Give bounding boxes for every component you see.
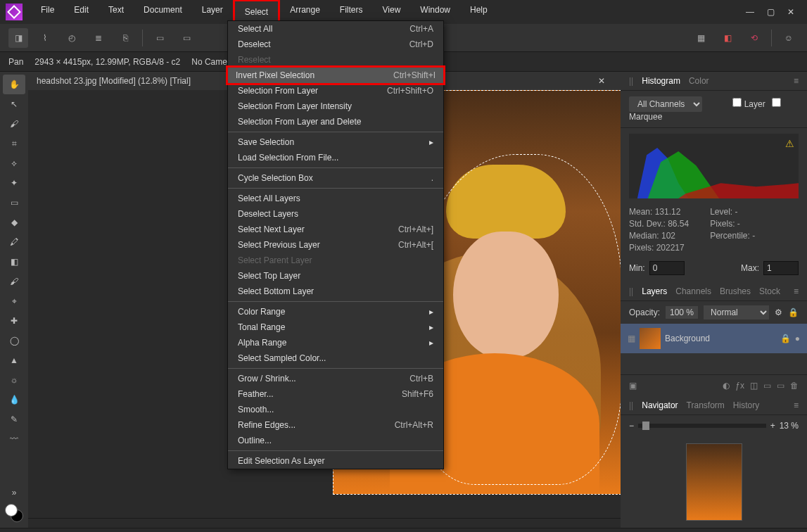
menu-item-select-previous-layer[interactable]: Select Previous LayerCtrl+Alt+[ [228, 237, 443, 253]
menu-document[interactable]: Document [134, 0, 192, 25]
channel-select[interactable]: All Channels [629, 96, 702, 112]
horizontal-scrollbar[interactable] [28, 518, 621, 528]
tab-navigator[interactable]: Navigator [642, 400, 678, 410]
gear-icon[interactable]: ⚙ [775, 308, 782, 317]
menu-item-load-selection-from-file[interactable]: Load Selection From File... [228, 150, 443, 165]
flood-tool-icon[interactable]: ⟡ [3, 153, 25, 173]
layer-visible-dot-icon[interactable]: ● [795, 334, 800, 343]
tab-histogram[interactable]: Histogram [642, 76, 680, 86]
menu-text[interactable]: Text [99, 0, 134, 25]
hand-tool-icon[interactable]: ✋ [3, 75, 25, 94]
panel-menu-icon[interactable]: ≡ [794, 76, 799, 86]
menu-item-select-all[interactable]: Select AllCtrl+A [228, 21, 443, 37]
menu-item-invert-pixel-selection[interactable]: Invert Pixel SelectionCtrl+Shift+I [226, 65, 445, 85]
persona-export-icon[interactable]: ⎘ [115, 28, 135, 48]
blend-mode-select[interactable]: Normal [704, 305, 769, 319]
panel-handle-icon[interactable]: || [629, 286, 633, 296]
menu-item-outline[interactable]: Outline... [228, 433, 443, 448]
marquee-checkbox[interactable] [772, 98, 781, 107]
zoom-out-button[interactable]: − [629, 421, 634, 431]
tab-stock[interactable]: Stock [759, 286, 780, 296]
snap-icon[interactable]: ⟲ [744, 28, 764, 48]
menu-item-save-selection[interactable]: Save Selection▸ [228, 134, 443, 150]
zoom-in-button[interactable]: + [770, 421, 775, 431]
menu-item-select-next-layer[interactable]: Select Next LayerCtrl+Alt+] [228, 222, 443, 237]
menu-item-select-sampled-color[interactable]: Select Sampled Color... [228, 350, 443, 366]
clone-tool-icon[interactable]: ⌖ [3, 291, 25, 311]
tab-channels[interactable]: Channels [675, 286, 711, 296]
menu-file[interactable]: File [31, 0, 64, 25]
expand-tools-icon[interactable]: » [3, 483, 25, 502]
persona-develop-icon[interactable]: ◴ [62, 28, 82, 48]
tab-brushes[interactable]: Brushes [720, 286, 751, 296]
menu-item-select-top-layer[interactable]: Select Top Layer [228, 268, 443, 284]
healing-tool-icon[interactable]: ✚ [3, 311, 25, 331]
layer-lock-icon[interactable]: 🔒 [780, 334, 791, 343]
menu-item-selection-from-layer-intensity[interactable]: Selection From Layer Intensity [228, 99, 443, 114]
maximize-button[interactable]: ▢ [767, 7, 775, 17]
menu-item-selection-from-layer-and-delete[interactable]: Selection From Layer and Delete [228, 114, 443, 129]
zoom-slider-thumb[interactable] [642, 422, 649, 430]
layer-item[interactable]: ▦ Background 🔒 ● [621, 324, 807, 353]
eraser-tool-icon[interactable]: ◧ [3, 252, 25, 272]
dodge-tool-icon[interactable]: ☼ [3, 370, 25, 390]
opacity-value[interactable]: 100 % [666, 306, 698, 319]
split-icon[interactable]: ◧ [718, 28, 737, 48]
menu-edit[interactable]: Edit [64, 0, 99, 25]
zoom-slider[interactable] [638, 424, 766, 428]
menu-item-edit-selection-as-layer[interactable]: Edit Selection As Layer [228, 453, 443, 469]
crop-tool-icon[interactable]: ⌗ [3, 134, 25, 153]
navigator-thumbnail[interactable] [686, 443, 742, 521]
document-tab[interactable]: headshot 23.jpg [Modified] (12.8%) [Tria… [37, 76, 191, 86]
pointer-tool-icon[interactable]: ↖ [3, 94, 25, 114]
blur-tool-icon[interactable]: 💧 [3, 390, 25, 410]
menu-item-select-bottom-layer[interactable]: Select Bottom Layer [228, 284, 443, 299]
menu-item-deselect[interactable]: DeselectCtrl+D [228, 37, 443, 52]
menu-item-alpha-range[interactable]: Alpha Range▸ [228, 335, 443, 350]
tab-transform[interactable]: Transform [687, 400, 725, 410]
menu-item-tonal-range[interactable]: Tonal Range▸ [228, 319, 443, 335]
fx-icon[interactable]: ƒx [735, 381, 744, 391]
layer-checkbox[interactable] [732, 98, 742, 107]
menu-item-selection-from-layer[interactable]: Selection From LayerCtrl+Shift+O [228, 83, 443, 99]
panel-handle-icon[interactable]: || [629, 400, 633, 410]
persona-photo-icon[interactable]: ◨ [8, 28, 28, 48]
crop-icon[interactable]: ◫ [750, 381, 758, 391]
menu-item-refine-edges[interactable]: Refine Edges...Ctrl+Alt+R [228, 417, 443, 433]
menu-item-select-all-layers[interactable]: Select All Layers [228, 191, 443, 206]
group-icon[interactable]: ▭ [763, 381, 771, 391]
adjustment-icon[interactable]: ◐ [723, 381, 730, 391]
shape-tool-icon[interactable]: ◆ [3, 213, 25, 232]
panel-handle-icon[interactable]: || [629, 76, 633, 86]
mask-icon[interactable]: ▣ [629, 381, 637, 391]
layer-visibility-icon[interactable]: ▦ [628, 334, 635, 343]
sponge-tool-icon[interactable]: ◯ [3, 331, 25, 350]
smudge-tool-icon[interactable]: 〰 [3, 429, 25, 449]
open-icon[interactable]: ▭ [150, 28, 170, 48]
persona-liquify-icon[interactable]: ⌇ [35, 28, 55, 48]
delete-layer-icon[interactable]: 🗑 [790, 381, 799, 391]
menu-item-cycle-selection-box[interactable]: Cycle Selection Box. [228, 170, 443, 186]
panel-menu-icon[interactable]: ≡ [794, 400, 799, 410]
brush-tool-icon[interactable]: 🖌 [3, 114, 25, 134]
minimize-button[interactable]: — [746, 7, 754, 17]
paint-tool-icon[interactable]: 🖍 [3, 232, 25, 252]
lock-icon[interactable]: 🔒 [788, 308, 799, 317]
menu-item-grow-shrink[interactable]: Grow / Shrink...Ctrl+B [228, 371, 443, 386]
tab-color[interactable]: Color [689, 76, 709, 86]
close-tab-icon[interactable]: ✕ [598, 76, 612, 86]
marquee-tool-icon[interactable]: ▭ [3, 193, 25, 213]
color-swatches[interactable] [5, 504, 23, 522]
foreground-color-swatch[interactable] [5, 504, 18, 517]
inpaint-tool-icon[interactable]: ▲ [3, 350, 25, 370]
close-button[interactable]: ✕ [787, 7, 794, 17]
menu-item-deselect-layers[interactable]: Deselect Layers [228, 206, 443, 222]
grid-icon[interactable]: ▦ [691, 28, 711, 48]
menu-item-color-range[interactable]: Color Range▸ [228, 304, 443, 319]
color-tool-icon[interactable]: 🖌 [3, 272, 25, 291]
stack-icon[interactable]: ▭ [177, 28, 196, 48]
menu-item-smooth[interactable]: Smooth... [228, 402, 443, 417]
add-layer-icon[interactable]: ▭ [777, 381, 784, 391]
min-input[interactable] [649, 261, 685, 275]
tab-history[interactable]: History [733, 400, 759, 410]
